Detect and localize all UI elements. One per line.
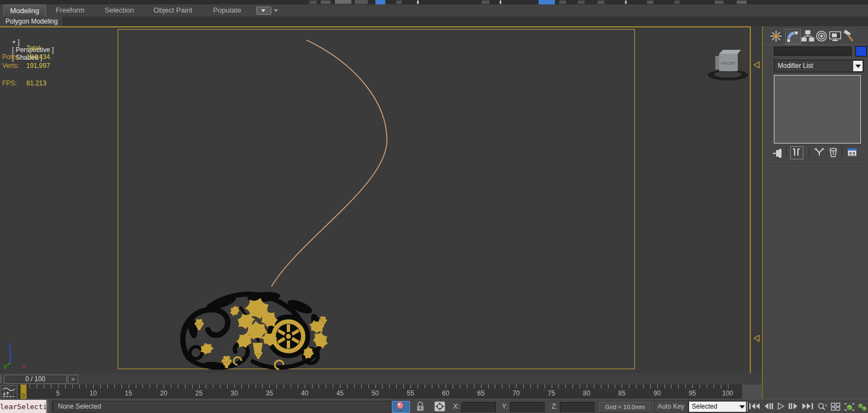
toolbar-fragment <box>482 1 489 4</box>
panel-scroll-arrow-icon[interactable] <box>754 335 760 342</box>
frame-tick <box>643 385 644 388</box>
auto-key-button[interactable]: Auto Key <box>655 400 687 413</box>
command-panel: Modifier List <box>763 26 868 413</box>
frame-tick <box>333 385 333 388</box>
panel-tab-polygon-modeling[interactable]: Polygon Modeling <box>0 16 63 26</box>
go-to-start-button[interactable] <box>749 403 761 410</box>
frame-tick <box>594 385 594 388</box>
current-frame-marker[interactable]: 0 <box>20 385 27 399</box>
tab-utilities[interactable] <box>842 29 856 43</box>
modifier-stack-list[interactable] <box>774 75 861 144</box>
frame-label: 80 <box>583 389 590 397</box>
ribbon-tab-populate[interactable]: Populate <box>205 4 250 16</box>
configure-modifier-sets-button[interactable] <box>846 146 858 158</box>
viewcube[interactable]: FRONT <box>705 44 751 83</box>
frame-tick <box>298 385 298 388</box>
frame-tick <box>340 385 340 388</box>
tab-create[interactable] <box>769 29 783 43</box>
zoom-all-button[interactable] <box>831 403 841 411</box>
tab-display[interactable] <box>828 29 842 43</box>
track-bar-end-cap <box>742 385 762 399</box>
tab-motion[interactable] <box>814 29 829 43</box>
main-toolbar-clipped <box>0 0 868 4</box>
zoom-extents-button[interactable] <box>844 403 855 411</box>
selection-lock-toggle[interactable] <box>413 401 427 412</box>
panel-scroll-arrow-icon[interactable] <box>754 61 760 68</box>
frame-tick <box>276 385 277 388</box>
absolute-offset-mode-toggle[interactable] <box>432 401 448 412</box>
current-frame-number: 0 <box>21 393 26 399</box>
frame-tick <box>178 385 178 388</box>
maxscript-mini-listener[interactable]: learSelectio <box>0 400 47 413</box>
pin-stack-button[interactable] <box>771 146 783 158</box>
frame-tick <box>425 385 425 388</box>
ribbon-tab-freeform[interactable]: Freeform <box>50 4 90 16</box>
zoom-extents-all-button[interactable] <box>857 403 868 411</box>
frame-tick <box>678 385 679 388</box>
frame-tick <box>530 385 531 388</box>
viewport-canvas[interactable]: + ] [ Perspective ] [ Shaded ] Total Pol… <box>0 26 751 374</box>
frame-tick <box>312 385 313 388</box>
ribbon-tab-object-paint[interactable]: Object Paint <box>147 4 199 16</box>
ribbon-minimize-button[interactable] <box>256 7 271 15</box>
tab-modify[interactable] <box>785 29 801 44</box>
isolate-selection-toggle[interactable] <box>392 401 410 413</box>
frame-tick <box>410 385 411 388</box>
ribbon-tab-selection[interactable]: Selection <box>97 4 141 16</box>
next-frame-button[interactable] <box>788 403 798 410</box>
frame-tick <box>692 385 693 388</box>
previous-frame-button[interactable] <box>764 403 774 410</box>
dropdown-arrow-icon[interactable] <box>853 61 863 71</box>
frame-tick <box>234 385 235 388</box>
frame-tick <box>552 385 552 388</box>
world-axis-tripod: Z y x <box>2 342 30 369</box>
frame-tick <box>685 385 686 388</box>
listener-splitter-handle[interactable] <box>48 401 53 412</box>
frame-tick <box>51 385 51 388</box>
frame-tick <box>453 385 453 388</box>
frame-tick <box>389 385 390 388</box>
coord-y-field[interactable] <box>510 402 545 413</box>
track-bar[interactable]: 0 05101520253035404550556065707580859095… <box>0 385 762 399</box>
tab-hierarchy[interactable] <box>801 29 815 43</box>
axis-z-label: Z <box>8 342 12 349</box>
remove-modifier-button[interactable] <box>827 146 839 158</box>
time-slider-handle[interactable]: 0 / 100 <box>4 375 67 384</box>
object-color-swatch[interactable] <box>855 46 867 56</box>
zoom-mode-button[interactable]: ± <box>817 403 828 411</box>
toolbar-fragment <box>625 1 627 4</box>
coord-z-field[interactable] <box>560 402 594 413</box>
play-animation-button[interactable] <box>777 403 785 410</box>
toolbar-separator <box>786 147 786 158</box>
frame-label: 65 <box>477 389 484 397</box>
frame-tick <box>114 385 115 388</box>
next-frame-arrow-button[interactable]: > <box>68 375 78 384</box>
spline-object[interactable] <box>0 27 750 372</box>
frame-label: 5 <box>56 389 60 397</box>
coord-x-field[interactable] <box>461 402 496 413</box>
key-filter-value: Selected <box>692 403 717 410</box>
frame-tick <box>445 385 446 388</box>
frame-label: 15 <box>125 389 132 397</box>
frame-tick <box>129 385 129 388</box>
mini-curve-editor-button[interactable] <box>1 385 18 399</box>
frame-tick <box>164 385 164 388</box>
toolbar-fragment <box>647 1 653 4</box>
show-end-result-button[interactable] <box>790 146 803 159</box>
ribbon-tab-modeling[interactable]: Modeling <box>3 4 46 16</box>
object-name-field[interactable] <box>774 47 852 56</box>
selection-prompt: None Selected <box>53 401 392 412</box>
make-unique-button[interactable] <box>813 146 825 158</box>
frame-tick <box>474 385 474 388</box>
frame-tick <box>721 385 721 388</box>
frame-tick <box>262 385 263 388</box>
svg-text:±: ± <box>825 403 828 408</box>
go-to-end-button[interactable] <box>802 403 814 410</box>
rollout-divider <box>765 165 866 166</box>
modifier-list-dropdown[interactable]: Modifier List <box>774 60 864 72</box>
set-key-filter-dropdown[interactable]: Selected <box>688 401 748 412</box>
time-slider-track[interactable]: 0 / 100 > <box>0 373 762 385</box>
ornament-model[interactable] <box>176 288 329 371</box>
coord-y-label: Y: <box>502 403 508 410</box>
ribbon-options-caret-icon[interactable] <box>274 9 278 14</box>
